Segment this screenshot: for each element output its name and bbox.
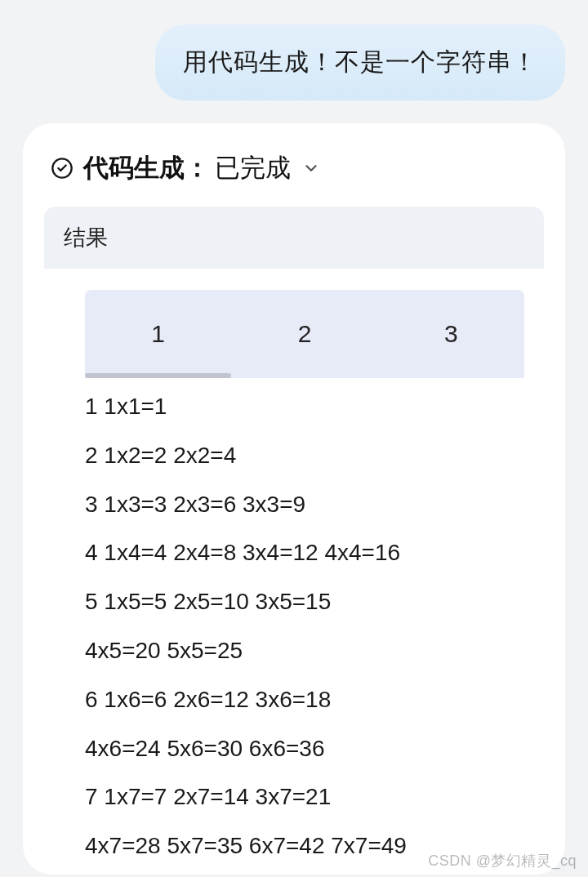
watermark-text: CSDN @梦幻精灵_cq bbox=[428, 851, 577, 870]
assistant-response-card: 代码生成： 已完成 结果 1 2 3 1 1x1=12 1x2=2 2x2=43… bbox=[23, 123, 565, 875]
status-prefix: 代码生成： bbox=[83, 151, 210, 185]
column-header-1[interactable]: 1 bbox=[85, 320, 231, 348]
table-header: 1 2 3 bbox=[85, 290, 524, 378]
column-header-2[interactable]: 2 bbox=[231, 320, 377, 348]
check-circle-icon bbox=[51, 157, 74, 180]
result-body: 1 2 3 1 1x1=12 1x2=2 2x2=43 1x3=3 2x3=6 … bbox=[44, 269, 544, 861]
table-row: 5 1x5=5 2x5=10 3x5=15 bbox=[85, 586, 524, 617]
code-generation-status[interactable]: 代码生成： 已完成 bbox=[44, 151, 544, 185]
table-row: 6 1x6=6 2x6=12 3x6=18 bbox=[85, 684, 524, 715]
table-row: 1 1x1=1 bbox=[85, 391, 524, 422]
user-message-text: 用代码生成！不是一个字符串！ bbox=[183, 48, 537, 75]
column-header-3[interactable]: 3 bbox=[378, 320, 524, 348]
table-row: 7 1x7=7 2x7=14 3x7=21 bbox=[85, 781, 524, 812]
table-row: 3 1x3=3 2x3=6 3x3=9 bbox=[85, 489, 524, 520]
scroll-indicator bbox=[85, 373, 231, 378]
user-message-bubble: 用代码生成！不是一个字符串！ bbox=[155, 24, 565, 100]
chevron-down-icon[interactable] bbox=[301, 158, 322, 179]
table-row: 4x6=24 5x6=30 6x6=36 bbox=[85, 733, 524, 764]
result-header: 结果 bbox=[44, 207, 544, 269]
result-panel: 结果 1 2 3 1 1x1=12 1x2=2 2x2=43 1x3=3 2x3… bbox=[44, 207, 544, 861]
table-row: 4x5=20 5x5=25 bbox=[85, 635, 524, 666]
status-state: 已完成 bbox=[215, 151, 291, 185]
table-row: 2 1x2=2 2x2=4 bbox=[85, 440, 524, 471]
result-rows: 1 1x1=12 1x2=2 2x2=43 1x3=3 2x3=6 3x3=94… bbox=[85, 391, 524, 861]
table-row: 4 1x4=4 2x4=8 3x4=12 4x4=16 bbox=[85, 537, 524, 568]
